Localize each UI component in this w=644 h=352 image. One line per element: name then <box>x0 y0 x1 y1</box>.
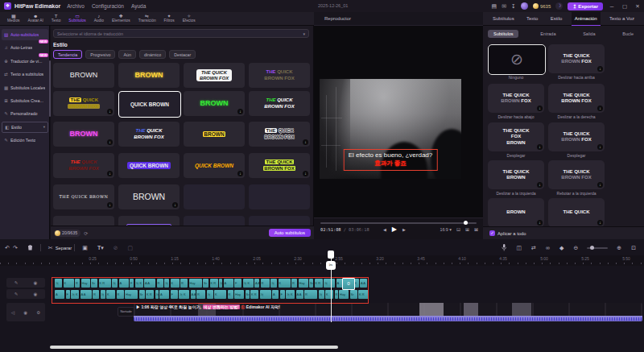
next-frame-button[interactable]: ▶ <box>402 227 406 232</box>
sidebar-item-subtitulos-crea[interactable]: ⊞Subtítulos Crea... <box>2 95 48 106</box>
user-avatar[interactable] <box>521 2 528 10</box>
refresh-icon[interactable]: ⟳ <box>84 230 88 236</box>
keyframe-icon[interactable]: ◆ <box>559 245 564 251</box>
animation-card-slide-right[interactable]: THE QUICKBROWN FOX↓ <box>548 84 605 113</box>
sidebar-item-auto-subtitulos[interactable]: ▤Auto-subtítulos <box>2 29 48 40</box>
menu-0[interactable]: Archivo <box>67 3 85 9</box>
style-card-white-chip-outline[interactable]: THE QUICKBROWN FOX↓ <box>249 122 310 147</box>
sidebar-item-edicion-texto[interactable]: ✎Edición Texto <box>2 135 48 146</box>
style-card-green-glow[interactable]: BROWN↓ <box>184 91 245 116</box>
playhead-split-badge[interactable]: ✂ <box>326 261 336 270</box>
eye-icon[interactable]: ◉ <box>23 310 27 315</box>
style-card-big-white[interactable]: BROWN↓ <box>118 184 180 209</box>
download-icon[interactable]: ↓ <box>537 182 543 188</box>
style-card-partial-2[interactable]: QUICK BROWN <box>118 216 180 226</box>
fit-timeline-icon[interactable]: ⊡ <box>631 245 636 251</box>
timeline-zoom-slider[interactable] <box>587 247 608 249</box>
trash-icon[interactable] <box>27 244 33 251</box>
download-icon[interactable]: ↓ <box>537 144 543 150</box>
style-tab-1[interactable]: Progresivo <box>85 50 115 59</box>
undo-icon[interactable]: ↶ <box>5 245 10 251</box>
animation-card-bounce-left[interactable]: THE QUICKBROWN FOX↓ <box>548 160 605 189</box>
speaker-icon[interactable]: ◁ <box>11 310 14 315</box>
download-icon[interactable]: ↓ <box>237 109 243 114</box>
download-icon[interactable]: ↓ <box>537 220 543 226</box>
style-card-empty-4[interactable] <box>249 216 310 226</box>
animation-subtab-3[interactable]: Bucle <box>617 30 639 38</box>
animation-card-unfold-b[interactable]: THE QUICKBROWN FOX↓ <box>548 122 605 151</box>
animation-card-anim-the-quick[interactable]: THE QUICK↓ <box>548 198 605 226</box>
fullscreen-icon[interactable]: ⊠ <box>474 226 478 232</box>
style-tab-2[interactable]: Aún <box>118 50 135 59</box>
playhead-handle[interactable] <box>328 251 334 259</box>
feedback-icon[interactable]: ✉ <box>502 0 506 12</box>
crop-icon[interactable]: ⊡ <box>456 226 460 232</box>
download-icon[interactable]: ↓ <box>107 171 113 176</box>
style-card-yellow-box[interactable]: BROWN <box>184 122 245 147</box>
sidebar-item-estilo[interactable]: ◧Estilo▾ <box>2 122 48 133</box>
language-dropdown[interactable]: Seleccione el idioma de traducción ▾ <box>53 29 309 38</box>
style-tab-3[interactable]: dinámico <box>139 50 166 59</box>
zoom-knob[interactable] <box>590 246 594 250</box>
gear-icon[interactable]: ⚙ <box>36 310 40 315</box>
tab-texto-a-voz[interactable]: Texto a Voz <box>606 12 638 26</box>
style-card-white-box[interactable]: THE QUICKBROWN FOX <box>184 63 245 88</box>
download-icon[interactable]: ↓ <box>537 106 543 111</box>
style-card-empty-3[interactable] <box>184 216 245 226</box>
animation-card-ninguno[interactable]: ⊘ <box>488 44 546 75</box>
track-view-icon[interactable]: ◫ <box>516 245 522 251</box>
nav-item-texto[interactable]: TTexto <box>47 14 64 23</box>
animation-card-slide-down[interactable]: THE QUICKBROWN FOX↓ <box>488 84 544 113</box>
zoom-out-icon[interactable]: ⊖ <box>573 245 578 251</box>
aspect-ratio-select[interactable]: 16:9 ▾ <box>440 227 451 232</box>
nav-item-efectos[interactable]: ✧Efectos <box>179 14 200 23</box>
animation-subtab-1[interactable]: Entrada <box>535 30 561 38</box>
seek-knob[interactable] <box>464 221 468 225</box>
nav-item-transicion[interactable]: ⇋Transición <box>134 14 160 23</box>
sticker-tool-icon[interactable]: ▣ <box>82 245 88 251</box>
vip-icon[interactable]: ☽ <box>555 2 563 10</box>
menu-2[interactable]: Ayuda <box>131 3 146 9</box>
apply-all-checkbox[interactable]: ✓ <box>489 230 495 236</box>
style-card-empty-1[interactable] <box>184 184 245 209</box>
tab-subtítulos[interactable]: Subtítulos <box>489 12 518 26</box>
style-card-yellow-chip[interactable]: THE QUICKBROWN FOX↓ <box>53 91 114 116</box>
nav-item-audio[interactable]: ♪Audio <box>90 14 108 23</box>
nav-item-avatar-ai[interactable]: ☻Avatar AI <box>23 14 47 23</box>
split-icon[interactable]: ✂ <box>48 245 53 251</box>
timeline-ruler[interactable]: 0:250:501:151:402:052:302:553:203:454:10… <box>0 255 644 266</box>
download-icon[interactable]: ↓ <box>303 171 308 176</box>
download-icon[interactable]: ↓ <box>107 139 113 145</box>
download-icon[interactable]: ↓ <box>597 66 603 72</box>
sidebar-item-auto-letras[interactable]: ♫Auto-LetrasNEW <box>2 42 48 53</box>
style-card-blue-the[interactable]: THE QUICKBROWN FOX <box>118 122 180 147</box>
style-card-green-ital[interactable]: THE QUICKBROWN FOX <box>249 91 310 116</box>
animation-card-unfold-a[interactable]: THE QUICKFOXBROWN↓ <box>488 122 544 151</box>
nav-item-medios[interactable]: ▦Medios <box>3 14 23 23</box>
nav-item-filtros[interactable]: ✦Filtros <box>160 14 179 23</box>
restore-button[interactable]: ▢ <box>621 3 629 10</box>
seek-bar[interactable] <box>320 222 477 224</box>
download-center-icon[interactable]: ↧ <box>511 0 516 12</box>
eye-icon[interactable]: ◉ <box>34 280 38 285</box>
selected-subtitle-clip[interactable]: 0 <box>342 278 355 290</box>
zoom-in-icon[interactable]: ⊕ <box>617 245 621 251</box>
download-icon[interactable]: ↓ <box>107 202 113 208</box>
style-card-serif-small[interactable]: THE QUICK BROWN↓ <box>53 184 114 209</box>
nav-item-elementos[interactable]: ❖Elementos <box>108 14 134 23</box>
link-clips-icon[interactable]: ∞ <box>546 245 550 251</box>
style-card-quick-brown-selected[interactable]: QUICK BROWN <box>118 91 181 118</box>
style-tab-0[interactable]: Tendencia <box>53 50 82 59</box>
style-card-magenta-glow[interactable]: BROWN↓ <box>53 122 114 147</box>
tab-animación[interactable]: Animación <box>572 12 601 26</box>
animation-card-anim-brown[interactable]: BROWN↓ <box>488 198 544 226</box>
style-card-plain-white[interactable]: BROWN <box>53 63 114 88</box>
collapse-tracks-icon[interactable]: ⇄ <box>531 245 536 251</box>
eye-icon[interactable]: ◉ <box>34 292 38 296</box>
minimize-button[interactable]: ─ <box>608 3 616 9</box>
style-card-partial-1[interactable]: THE QUICK <box>53 216 114 226</box>
tab-texto[interactable]: Texto <box>523 12 541 26</box>
download-icon[interactable]: ↓ <box>237 171 243 176</box>
sidebar-item-personalizado[interactable]: ✎Personalizado <box>2 108 48 119</box>
workspace-icon[interactable]: ▤ <box>492 0 497 12</box>
